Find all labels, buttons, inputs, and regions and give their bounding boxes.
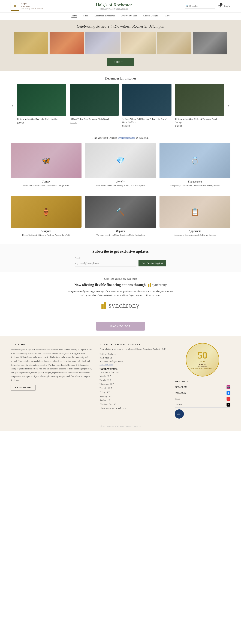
join-mailing-list-button[interactable]: Join Our Mailing List <box>139 260 166 266</box>
nav-custom[interactable]: Custom Designs <box>143 14 158 18</box>
nav-home[interactable]: Home <box>71 14 77 18</box>
footer-holiday-title: HOLIDAY HOURS <box>99 368 169 370</box>
header-right: 🔍 🛍 0 Log In <box>185 4 231 8</box>
back-to-top-container: BACK TO TOP <box>0 318 241 336</box>
anniversary-store: HAIG'S <box>199 364 206 366</box>
financing-section: Shop with us now, pay over time! Now off… <box>0 272 241 318</box>
follow-us-heading: FOLLOW US <box>175 380 231 383</box>
product-name-3: 14 Karat Yellow Gold Diamond & Turquoise… <box>122 118 172 124</box>
instagram-engagement: 💍 Engagement Completely Customizable Dia… <box>160 143 231 187</box>
social-instagram[interactable]: INSTAGRAM 📷 <box>175 384 231 390</box>
header: H Haig's of Rochester Fine Jewelry & Asi… <box>0 0 241 12</box>
insta-cat-custom: Custom <box>10 180 81 183</box>
instagram-grid-custom: 🦋 Custom Make your Dreams Come True with… <box>10 143 231 187</box>
footer-buy-heading: BUY OUR JEWELRY AND ART <box>99 343 169 346</box>
financing-tagline: Shop with us now, pay over time! <box>7 278 234 280</box>
insta-cat-jewelry: Jewelry <box>85 180 156 183</box>
footer-grid: OUR STORY For over 50 years Haig's of Ro… <box>10 343 231 418</box>
shop-button[interactable]: SHOP → <box>107 58 134 66</box>
navigation: Home Shop December Birthstones 30-50% Of… <box>0 12 241 20</box>
hero-img-1 <box>14 32 48 54</box>
footer-holiday-dates: December 10th - 23rd: <box>99 371 169 374</box>
hero-img-2 <box>50 32 84 54</box>
nav-shop[interactable]: Shop <box>83 14 88 18</box>
product-price-1: $500.00 <box>17 122 66 124</box>
service-desc-appraisals: Insurance or Estate Appraisals & Buying … <box>160 234 231 236</box>
logo-icon: H <box>10 2 19 10</box>
search-input[interactable] <box>189 5 214 8</box>
subscribe-section: Subscribe to get exclusive updates Email… <box>0 244 241 272</box>
site-title: Haig's of Rochester <box>96 2 132 8</box>
financing-headline: Now offering flexible financing options … <box>7 283 234 287</box>
anniversary-badge: 50 years HAIG'S of Rochester FINE JEWELR… <box>186 343 219 376</box>
header-center: Haig's of Rochester Fine Jewelry and Asi… <box>96 2 132 10</box>
anniversary-tagline: FINE JEWELRY & ASIAN ANTIQUES <box>189 368 216 369</box>
instagram-icon: 📷 <box>227 385 231 389</box>
service-appraisals: 📋 Appraisals Insurance or Estate Apprais… <box>160 196 231 236</box>
nav-sale[interactable]: 30-50% Off Sale <box>121 14 137 18</box>
product-name-4: 14 Karat Yellow Gold Citrine & Turquoise… <box>175 118 224 124</box>
site-subtitle: Fine Jewelry and Asian Antiques <box>96 8 132 10</box>
product-card-2: 14 Karat Yellow Gold Turquoise Chain Bra… <box>70 84 119 128</box>
footer-address: 311 S Main St <box>99 356 169 360</box>
social-ebay[interactable]: EBAY ▶ <box>175 396 231 402</box>
back-to-top-button[interactable]: BACK TO TOP <box>96 322 145 330</box>
footer-story-col: OUR STORY For over 50 years Haig's of Ro… <box>10 343 94 390</box>
financing-description: With promotional financing from Haig's o… <box>68 290 173 297</box>
insta-desc-jewelry: From one of a kind, fine jewelry to anti… <box>85 184 156 187</box>
carousel-next[interactable]: › <box>226 102 231 110</box>
product-price-3: $645.00 <box>122 124 172 128</box>
hero-img-6 <box>193 32 227 54</box>
carousel-prev[interactable]: ‹ <box>10 102 15 110</box>
logo-text: Haig's of Rochester Fine Jewelry & Asian… <box>21 2 43 10</box>
nav-more[interactable]: More <box>165 14 170 18</box>
instagram-link[interactable]: @haigsofrchester <box>117 136 135 139</box>
instagram-jewelry: 💎 Jewelry From one of a kind, fine jewel… <box>85 143 156 187</box>
read-more-button[interactable]: READ MORE <box>10 385 35 390</box>
insta-desc-custom: Make your Dreams Come True with our Desi… <box>10 184 81 187</box>
footer: OUR STORY For over 50 years Haig's of Ro… <box>0 336 241 431</box>
tiktok-icon: ♪ <box>227 403 231 406</box>
anniversary-sub: of Rochester <box>198 366 207 368</box>
facebook-icon: f <box>227 391 231 395</box>
service-antiques: 🏺 Antiques Decor, Textiles & Objects of … <box>10 196 81 236</box>
product-price-4: $420.00 <box>175 124 224 128</box>
email-label: Email * <box>75 257 166 260</box>
footer-hours: Monday 12-5 Tuesday 11-7 Wednesday 11-7 … <box>99 374 169 410</box>
subscribe-form: Email * Join Our Mailing List <box>75 257 166 266</box>
service-name-repairs: Repairs <box>85 230 156 233</box>
login-link[interactable]: Log In <box>224 5 231 8</box>
sync-bars-small-icon <box>148 283 151 287</box>
nav-birthstones[interactable]: December Birthstones <box>95 14 115 18</box>
services-section: 🏺 Antiques Decor, Textiles & Objects of … <box>0 192 241 244</box>
facebook-label: FACEBOOK <box>175 392 186 394</box>
footer-copyright: © 2021 by Haig's of Rochester created on… <box>10 423 231 427</box>
instagram-custom: 🦋 Custom Make your Dreams Come True with… <box>10 143 81 187</box>
email-input[interactable] <box>75 260 136 266</box>
instagram-img-engagement: 💍 <box>160 143 231 178</box>
product-card-1: 14 Karat Yellow Gold Turquoise Chain Nec… <box>17 84 66 128</box>
social-facebook[interactable]: FACEBOOK f <box>175 390 231 396</box>
insta-cat-engagement: Engagement <box>160 180 231 183</box>
anniversary-label: years <box>200 360 205 363</box>
instagram-intro: Find Your Next Treasure @haigsofrchester… <box>10 136 231 140</box>
service-img-appraisals: 📋 <box>160 196 231 228</box>
service-desc-repairs: We work expertly in Minor Repairs to Maj… <box>85 234 156 236</box>
hero-img-3 <box>85 32 120 54</box>
service-desc-antiques: Decor, Textiles & Objects of Art from Ar… <box>10 234 81 236</box>
footer-buy-col: BUY OUR JEWELRY AND ART Come visit us at… <box>99 343 169 410</box>
search-box[interactable]: 🔍 <box>185 4 215 8</box>
sync-name-large: synchrony <box>109 301 140 309</box>
sync-bars-large-icon <box>101 302 106 309</box>
cart-container[interactable]: 🛍 0 <box>218 4 222 8</box>
services-grid: 🏺 Antiques Decor, Textiles & Objects of … <box>10 196 231 236</box>
hero-title: Celebrating 50 Years in Downtown Rochest… <box>7 24 234 28</box>
subscribe-title: Subscribe to get exclusive updates <box>7 249 234 254</box>
social-tiktok[interactable]: TIKTOK ♪ <box>175 402 231 408</box>
service-img-repairs: 🔨 <box>85 196 156 228</box>
product-price-2: $500.00 <box>70 122 119 124</box>
footer-phone[interactable]: (248) 652-3660 <box>99 364 113 366</box>
logo-area: H Haig's of Rochester Fine Jewelry & Asi… <box>10 2 43 10</box>
hero-images <box>7 32 234 54</box>
footer-story-heading: OUR STORY <box>10 343 94 346</box>
